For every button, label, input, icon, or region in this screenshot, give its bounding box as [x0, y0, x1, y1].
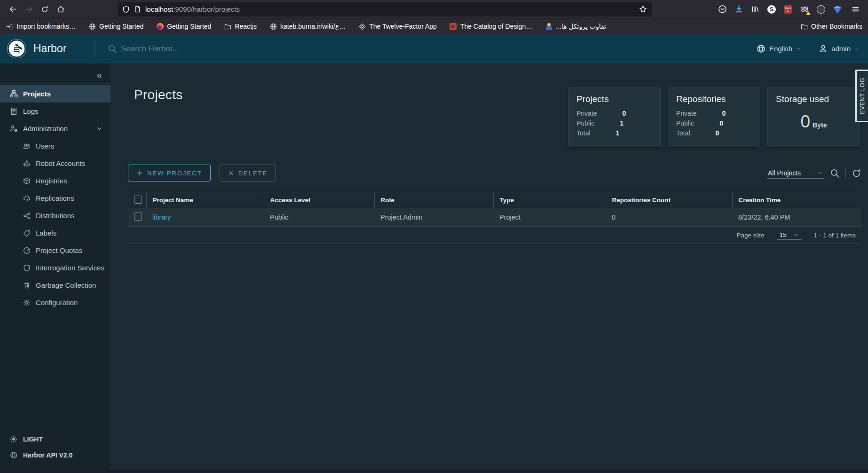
- globe-icon: [88, 23, 96, 30]
- library-extension-icon[interactable]: [750, 4, 760, 15]
- technologist-icon: [545, 23, 552, 30]
- import-icon: [6, 23, 13, 30]
- header-divider: [94, 39, 95, 58]
- sidebar-item-users[interactable]: Users: [0, 137, 110, 155]
- bookmark-twelve-factor[interactable]: The Twelve-Factor App: [358, 23, 437, 30]
- event-log-tab[interactable]: EVENT LOG: [855, 70, 868, 122]
- sidebar-item-project-quotas[interactable]: Project Quotas: [0, 242, 110, 259]
- pocket-extension-icon[interactable]: [717, 4, 727, 15]
- gauge-icon: [23, 247, 31, 254]
- table-footer: Page size 15 1 - 1 of 1 items: [128, 227, 861, 244]
- sidebar-item-replications[interactable]: Replications: [0, 189, 110, 207]
- bookmark-reactjs-folder[interactable]: Reactjs: [224, 23, 257, 30]
- download-extension-icon[interactable]: [734, 4, 744, 15]
- shield-icon: [23, 264, 31, 272]
- select-all-checkbox[interactable]: [134, 196, 142, 204]
- forward-button[interactable]: [21, 2, 37, 16]
- new-project-button[interactable]: NEW PROJECT: [128, 165, 211, 181]
- bookmark-persian[interactable]: تفاوت پروتکل ها...: [545, 23, 606, 30]
- cell-creation-time: 8/23/22, 6:40 PM: [732, 208, 861, 227]
- bottom-strip: [0, 470, 868, 473]
- refresh-icon[interactable]: [852, 168, 861, 178]
- bookmark-getting-started-1[interactable]: Getting Started: [88, 23, 143, 30]
- header-divider: [810, 39, 810, 58]
- plus-icon: [136, 170, 143, 176]
- table-header-row: Project Name Access Level Role Type Repo…: [128, 192, 861, 208]
- page-icon[interactable]: [134, 6, 141, 13]
- circle-extension-icon[interactable]: [816, 4, 826, 15]
- chevron-down-icon: [796, 46, 801, 51]
- bookmark-getting-started-2[interactable]: Getting Started: [156, 23, 211, 30]
- s-extension-icon[interactable]: S: [766, 4, 777, 15]
- chevron-down-icon: [818, 170, 823, 176]
- reload-button[interactable]: [37, 2, 53, 16]
- harbor-header: Harbor English admin: [0, 34, 868, 63]
- sidebar-item-administration[interactable]: Administration: [0, 120, 110, 137]
- cube-icon: [23, 177, 31, 185]
- sun-icon: [10, 435, 18, 443]
- project-link[interactable]: library: [152, 213, 171, 221]
- search-icon: [108, 44, 117, 54]
- sidebar-item-interrogation-services[interactable]: Interrogation Services: [0, 259, 110, 276]
- atom-extension-icon[interactable]: [799, 4, 810, 15]
- menu-button[interactable]: [847, 2, 863, 16]
- projects-table: Project Name Access Level Role Type Repo…: [128, 192, 861, 244]
- users-icon: [23, 142, 31, 150]
- divider: [845, 168, 846, 178]
- brand-title: Harbor: [33, 42, 66, 55]
- search-input[interactable]: [121, 44, 318, 54]
- warning-badge: [806, 11, 811, 15]
- sidebar-item-labels[interactable]: Labels: [0, 224, 110, 242]
- filter-search-icon[interactable]: [830, 168, 840, 178]
- user-icon: [819, 44, 828, 53]
- chevron-down-icon: [793, 232, 799, 238]
- gem-extension-icon[interactable]: [832, 4, 843, 15]
- sidebar: « Projects Logs Administration Users Rob…: [0, 63, 110, 470]
- close-icon: [228, 170, 234, 176]
- trash-icon: [23, 282, 31, 289]
- home-button[interactable]: [53, 2, 69, 16]
- sidebar-item-projects[interactable]: Projects: [0, 85, 110, 102]
- share-icon: [23, 212, 31, 220]
- bookmark-kateb-wiki[interactable]: kateb.burna.ir/wiki/ع…: [269, 23, 346, 30]
- cell-access-level: Public: [264, 208, 374, 227]
- sidebar-item-robot-accounts[interactable]: Robot Accounts: [0, 155, 110, 172]
- delete-button[interactable]: DELETE: [220, 165, 276, 181]
- row-checkbox[interactable]: [134, 213, 142, 221]
- other-bookmarks[interactable]: Other Bookmarks: [800, 23, 862, 30]
- sidebar-item-registries[interactable]: Registries: [0, 172, 110, 189]
- bookmark-star-icon[interactable]: [639, 5, 647, 13]
- globe-icon: [269, 23, 277, 30]
- user-menu[interactable]: admin: [819, 44, 860, 53]
- sidebar-item-logs[interactable]: Logs: [0, 102, 110, 120]
- robot-icon: [23, 160, 31, 167]
- storage-value: 0: [801, 112, 811, 131]
- column-access-level: Access Level: [264, 192, 374, 208]
- sidebar-item-garbage-collection[interactable]: Garbage Collection: [0, 276, 110, 294]
- url-text: localhost:9090/harbor/projects: [145, 5, 635, 13]
- cell-type: Project: [493, 208, 606, 227]
- cors-extension-icon[interactable]: CorsE: [783, 4, 793, 15]
- column-repositories-count: Repositories Count: [606, 192, 732, 208]
- harbor-api-link[interactable]: Harbor API V2.0: [0, 447, 110, 463]
- globe-icon: [757, 44, 765, 53]
- page-size-select[interactable]: 15: [777, 230, 802, 240]
- language-menu[interactable]: English: [757, 44, 801, 53]
- bookmark-import[interactable]: Import bookmarks…: [6, 23, 76, 30]
- theme-toggle-light[interactable]: LIGHT: [0, 431, 110, 447]
- tracking-shield-icon[interactable]: [122, 6, 130, 13]
- storage-unit: Byte: [813, 121, 827, 129]
- sidebar-item-distributions[interactable]: Distributions: [0, 207, 110, 224]
- back-button[interactable]: [5, 2, 21, 16]
- browser-toolbar: localhost:9090/harbor/projects S CorsE: [0, 0, 868, 18]
- harbor-logo: [7, 39, 26, 58]
- bookmark-catalog-design[interactable]: The Catalog of Design…: [450, 23, 532, 30]
- bookmarks-bar: Import bookmarks… Getting Started Gettin…: [0, 18, 868, 34]
- url-bar[interactable]: localhost:9090/harbor/projects: [118, 2, 652, 16]
- sidebar-item-configuration[interactable]: Configuration: [0, 294, 110, 311]
- repositories-summary-card: Repositories Private0 Public0 Total0: [668, 87, 760, 147]
- page-title: Projects: [134, 87, 183, 102]
- collapse-sidebar-icon[interactable]: «: [97, 70, 102, 80]
- chevron-down-icon: [854, 46, 860, 51]
- project-scope-select[interactable]: All Projects: [767, 168, 824, 179]
